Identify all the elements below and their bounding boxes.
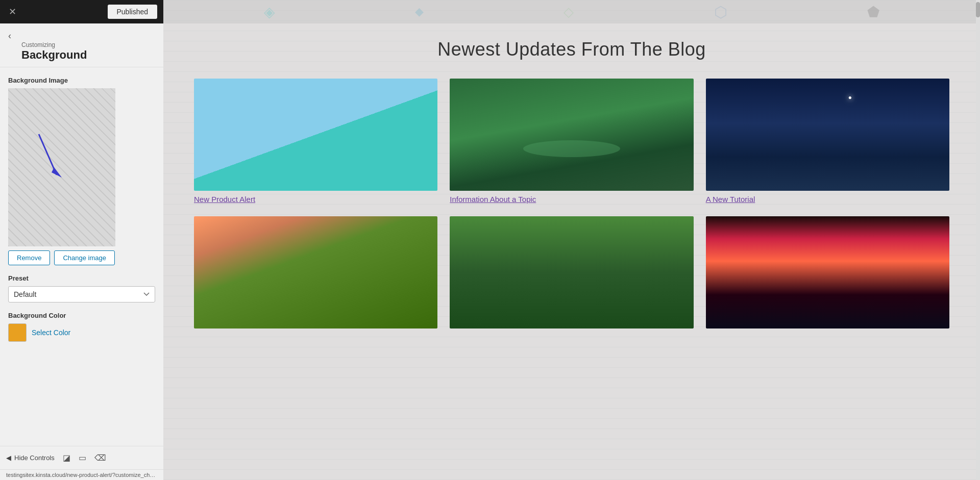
bg-image-preview bbox=[8, 88, 115, 246]
preset-select[interactable]: Default Fill Screen Fit to Screen Repeat… bbox=[8, 286, 155, 302]
panel-header: ‹ Customizing Background bbox=[0, 23, 163, 67]
preset-section: Preset Default Fill Screen Fit to Screen… bbox=[8, 274, 155, 302]
website-preview: ◈ ◆ ◇ ⬡ ⬟ Newest Updates From The Blog N… bbox=[163, 0, 980, 480]
color-swatch[interactable] bbox=[8, 323, 27, 342]
hide-controls-button[interactable]: ◀ Hide Controls bbox=[6, 454, 55, 462]
hide-controls-label: Hide Controls bbox=[14, 454, 55, 462]
blog-card-4-image bbox=[194, 216, 437, 329]
blog-card-6 bbox=[706, 216, 949, 329]
blog-card-1-link[interactable]: New Product Alert bbox=[194, 195, 255, 204]
blog-section-title: Newest Updates From The Blog bbox=[194, 39, 949, 60]
top-bar: ✕ Published bbox=[0, 0, 163, 23]
blog-card-1-image bbox=[194, 79, 437, 191]
customizing-label: Customizing bbox=[21, 41, 155, 48]
bg-color-label: Background Color bbox=[8, 312, 155, 319]
blog-card-3-image bbox=[706, 79, 949, 191]
blog-card-3: A New Tutorial bbox=[706, 79, 949, 204]
blog-card-2-link[interactable]: Information About a Topic bbox=[450, 195, 536, 204]
panel-title: Background bbox=[21, 48, 155, 62]
select-color-button[interactable]: Select Color bbox=[32, 329, 70, 337]
customizer-panel: ✕ Published ‹ Customizing Background Bac… bbox=[0, 0, 163, 480]
chevron-left-icon: ◀ bbox=[6, 454, 11, 462]
blog-card-5 bbox=[450, 216, 693, 329]
mobile-view-button[interactable]: ⌫ bbox=[94, 453, 106, 463]
blog-section: Newest Updates From The Blog New Product… bbox=[163, 23, 980, 349]
deco-shape-1: ◈ bbox=[264, 4, 275, 20]
deco-shape-3: ◇ bbox=[564, 4, 574, 20]
desktop-view-button[interactable]: ◪ bbox=[63, 453, 70, 463]
scroll-thumb[interactable] bbox=[976, 2, 980, 17]
bg-image-label: Background Image bbox=[8, 77, 155, 84]
top-strip: ◈ ◆ ◇ ⬡ ⬟ bbox=[163, 0, 980, 23]
deco-shape-4: ⬡ bbox=[714, 3, 727, 21]
background-image-section: Background Image Remove Change image bbox=[8, 77, 155, 265]
blog-card-2: Information About a Topic bbox=[450, 79, 693, 204]
url-bar: testingsitex.kinsta.cloud/new-product-al… bbox=[0, 469, 163, 480]
blog-card-1: New Product Alert bbox=[194, 79, 437, 204]
close-button[interactable]: ✕ bbox=[6, 6, 18, 18]
preset-label: Preset bbox=[8, 274, 155, 282]
panel-scroll-area[interactable]: Background Image Remove Change image Pre… bbox=[0, 67, 163, 446]
blog-card-2-image bbox=[450, 79, 693, 191]
bottom-bar: ◀ Hide Controls ◪ ▭ ⌫ bbox=[0, 446, 163, 469]
blog-card-3-link[interactable]: A New Tutorial bbox=[706, 195, 755, 204]
deco-shape-5: ⬟ bbox=[867, 4, 879, 20]
tablet-view-button[interactable]: ▭ bbox=[79, 453, 86, 463]
svg-marker-1 bbox=[52, 167, 62, 178]
bg-color-section: Background Color Select Color bbox=[8, 312, 155, 342]
image-buttons: Remove Change image bbox=[8, 250, 155, 265]
blog-card-6-image bbox=[706, 216, 949, 329]
remove-image-button[interactable]: Remove bbox=[8, 250, 50, 265]
published-button[interactable]: Published bbox=[108, 5, 158, 19]
scroll-indicator[interactable] bbox=[976, 0, 980, 480]
color-row: Select Color bbox=[8, 323, 155, 342]
blog-card-5-image bbox=[450, 216, 693, 329]
deco-shape-2: ◆ bbox=[415, 5, 424, 18]
blog-grid: New Product Alert Information About a To… bbox=[194, 79, 949, 329]
back-button[interactable]: ‹ bbox=[8, 31, 11, 41]
blog-card-4 bbox=[194, 216, 437, 329]
arrow-indicator bbox=[29, 129, 69, 190]
change-image-button[interactable]: Change image bbox=[54, 250, 115, 265]
website-content-area: ◈ ◆ ◇ ⬡ ⬟ Newest Updates From The Blog N… bbox=[163, 0, 980, 480]
